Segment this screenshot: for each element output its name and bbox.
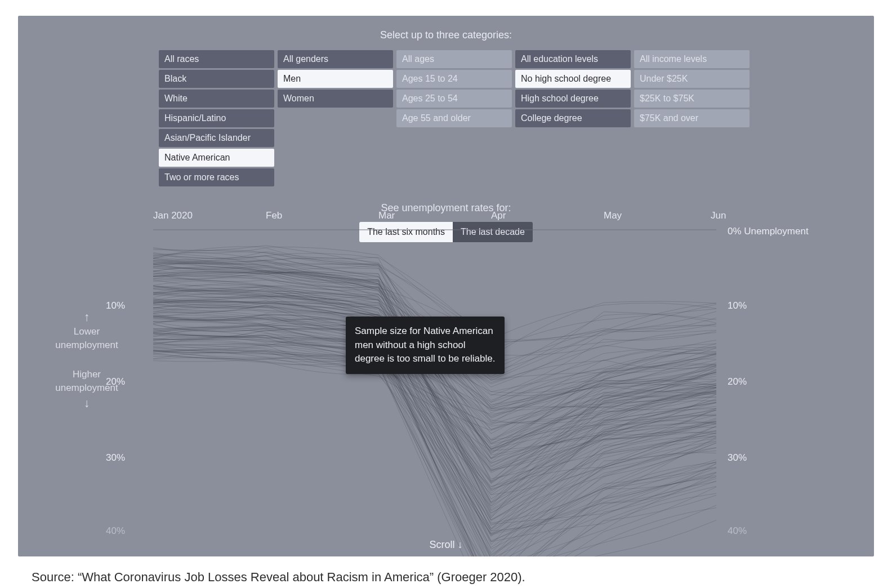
filter-age-2[interactable]: Ages 25 to 54 <box>396 90 512 108</box>
filter-race-6[interactable]: Two or more races <box>159 168 274 186</box>
chart-area: ↑ Lower unemployment Higher unemployment… <box>18 207 874 556</box>
svg-text:0% Unemployment: 0% Unemployment <box>728 226 809 237</box>
filter-race-0[interactable]: All races <box>159 50 274 68</box>
svg-text:30%: 30% <box>728 452 747 463</box>
svg-text:Apr: Apr <box>491 210 506 221</box>
insufficient-sample-tooltip: Sample size for Native American men with… <box>346 317 505 374</box>
svg-text:10%: 10% <box>106 300 125 311</box>
svg-text:Mar: Mar <box>378 210 395 221</box>
svg-text:Feb: Feb <box>266 210 282 221</box>
down-arrow-icon: ↓ <box>47 395 126 411</box>
filter-age: All ages Ages 15 to 24 Ages 25 to 54 Age… <box>396 50 512 186</box>
filter-race-2[interactable]: White <box>159 90 274 108</box>
svg-text:10%: 10% <box>728 300 747 311</box>
svg-text:May: May <box>604 210 622 221</box>
filter-gender-0[interactable]: All genders <box>278 50 393 68</box>
svg-text:20%: 20% <box>728 376 747 387</box>
filter-income-0[interactable]: All income levels <box>634 50 750 68</box>
series-line <box>153 343 716 556</box>
axis-direction-hint: ↑ Lower unemployment Higher unemployment… <box>47 309 126 411</box>
filter-gender-2[interactable]: Women <box>278 90 393 108</box>
source-caption: Source: “What Coronavirus Job Losses Rev… <box>32 570 874 585</box>
series-line <box>153 351 716 556</box>
filter-edu-0[interactable]: All education levels <box>515 50 631 68</box>
filter-age-0[interactable]: All ages <box>396 50 512 68</box>
filter-edu-2[interactable]: High school degree <box>515 90 631 108</box>
svg-text:Jun: Jun <box>711 210 726 221</box>
filter-edu-3[interactable]: College degree <box>515 109 631 127</box>
svg-text:40%: 40% <box>106 525 125 536</box>
hint-lower: Lower unemployment <box>47 325 126 352</box>
filter-income-1[interactable]: Under $25K <box>634 70 750 88</box>
filter-groups: All races Black White Hispanic/Latino As… <box>18 50 874 186</box>
filter-race-3[interactable]: Hispanic/Latino <box>159 109 274 127</box>
prompt-select: Select up to three categories: <box>380 29 512 41</box>
filter-edu-1[interactable]: No high school degree <box>515 70 631 88</box>
series-line <box>153 354 716 489</box>
filter-income-2[interactable]: $25K to $75K <box>634 90 750 108</box>
filter-gender-1[interactable]: Men <box>278 70 393 88</box>
svg-text:30%: 30% <box>106 452 125 463</box>
viz-panel: Select up to three categories: All races… <box>18 16 874 556</box>
filter-income: All income levels Under $25K $25K to $75… <box>634 50 750 186</box>
up-arrow-icon: ↑ <box>47 309 126 325</box>
series-line <box>153 351 716 556</box>
filter-age-1[interactable]: Ages 15 to 24 <box>396 70 512 88</box>
filter-edu: All education levels No high school degr… <box>515 50 631 186</box>
filter-race: All races Black White Hispanic/Latino As… <box>159 50 274 186</box>
filter-race-5[interactable]: Native American <box>159 149 274 167</box>
filter-race-1[interactable]: Black <box>159 70 274 88</box>
filter-gender: All genders Men Women <box>278 50 393 186</box>
svg-text:40%: 40% <box>728 525 747 536</box>
scroll-hint[interactable]: Scroll ↓ <box>429 539 462 551</box>
svg-text:Jan 2020: Jan 2020 <box>153 210 193 221</box>
svg-text:20%: 20% <box>106 376 125 387</box>
filter-income-3[interactable]: $75K and over <box>634 109 750 127</box>
filter-age-3[interactable]: Age 55 and older <box>396 109 512 127</box>
series-line <box>153 271 716 499</box>
filter-race-4[interactable]: Asian/Pacific Islander <box>159 129 274 147</box>
